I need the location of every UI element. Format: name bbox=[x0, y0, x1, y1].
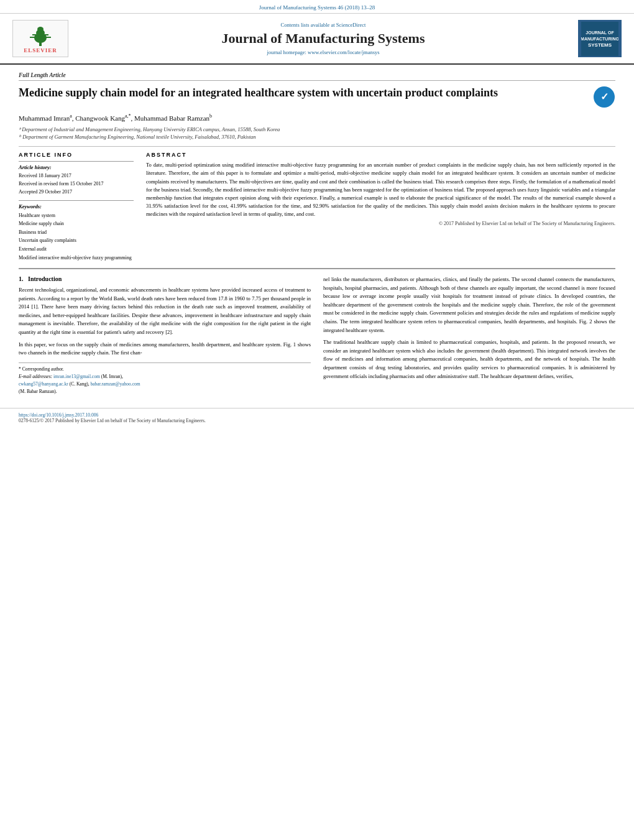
copyright: © 2017 Published by Elsevier Ltd on beha… bbox=[146, 221, 615, 226]
svg-rect-5 bbox=[46, 37, 51, 38]
abstract-col: ABSTRACT To date, multi-period optimizat… bbox=[146, 152, 615, 262]
footnote-email-line: E-mail addresses: imran.ine13@gmail.com … bbox=[19, 373, 311, 381]
email-kang[interactable]: cwkang57@hanyang.ac.kr bbox=[19, 381, 68, 387]
sciencedirect-link[interactable]: ScienceDirect bbox=[336, 22, 366, 28]
keyword-4: Uncertain quality complaints bbox=[19, 236, 134, 245]
journal-name: Journal of Manufacturing Systems bbox=[68, 30, 578, 47]
article-info-col: ARTICLE INFO Article history: Received 1… bbox=[19, 152, 134, 262]
authors: Muhammad Imrana, Changwook Kanga,*, Muha… bbox=[19, 113, 615, 122]
history-section: Article history: Received 18 January 201… bbox=[19, 161, 134, 196]
svg-rect-6 bbox=[32, 34, 36, 35]
elsevier-logo: ELSEVIER bbox=[12, 20, 68, 57]
article-info-abstract: ARTICLE INFO Article history: Received 1… bbox=[19, 152, 615, 262]
article-type: Full Length Article bbox=[19, 72, 615, 81]
keyword-5: External audit bbox=[19, 245, 134, 254]
issn-line: 0278-6125/© 2017 Published by Elsevier L… bbox=[19, 418, 206, 423]
elsevier-label: ELSEVIER bbox=[24, 47, 57, 53]
body-divider bbox=[19, 268, 615, 269]
article-title: Medicine supply chain model for an integ… bbox=[19, 86, 586, 100]
intro-right-para2: The traditional healthcare supply chain … bbox=[323, 338, 615, 381]
divider-1 bbox=[19, 146, 615, 147]
intro-right-para1: nel links the manufacturers, distributor… bbox=[323, 275, 615, 335]
history-received: Received 18 January 2017 bbox=[19, 172, 134, 180]
keywords-label: Keywords: bbox=[19, 203, 134, 210]
intro-heading: 1. Introduction bbox=[19, 275, 311, 282]
journal-ref-link[interactable]: Journal of Manufacturing Systems 46 (201… bbox=[259, 4, 375, 11]
main-col-right: nel links the manufacturers, distributor… bbox=[323, 275, 615, 395]
journal-header: ELSEVIER Contents lists available at Sci… bbox=[0, 14, 634, 65]
contents-line: Contents lists available at ScienceDirec… bbox=[68, 22, 578, 28]
affiliations: ᵃ Department of Industrial and Managemen… bbox=[19, 126, 615, 142]
article-info-heading: ARTICLE INFO bbox=[19, 152, 134, 158]
systems-logo: JOURNAL OF MANUFACTURING SYSTEMS bbox=[578, 20, 622, 57]
systems-logo-icon: JOURNAL OF MANUFACTURING SYSTEMS bbox=[581, 22, 618, 56]
svg-text:MANUFACTURING: MANUFACTURING bbox=[581, 37, 618, 41]
svg-rect-7 bbox=[45, 34, 48, 35]
elsevier-tree-icon bbox=[25, 24, 56, 46]
email-ramzan[interactable]: babar.ramzan@yahoo.com bbox=[90, 381, 140, 387]
svg-text:SYSTEMS: SYSTEMS bbox=[588, 42, 612, 48]
article-body: Full Length Article Medicine supply chai… bbox=[0, 65, 634, 408]
history-accepted: Accepted 29 October 2017 bbox=[19, 188, 134, 196]
homepage-link[interactable]: www.elsevier.com/locate/jmansys bbox=[308, 49, 380, 55]
svg-text:JOURNAL OF: JOURNAL OF bbox=[586, 30, 614, 35]
footnote-star: * Corresponding author. bbox=[19, 366, 311, 373]
svg-point-3 bbox=[37, 27, 44, 32]
intro-para1: Recent technological, organizational, an… bbox=[19, 286, 311, 337]
history-revised: Received in revised form 15 October 2017 bbox=[19, 180, 134, 188]
title-row: Medicine supply chain model for an integ… bbox=[19, 86, 615, 108]
page: Journal of Manufacturing Systems 46 (201… bbox=[0, 0, 634, 840]
main-text: 1. Introduction Recent technological, or… bbox=[19, 275, 615, 402]
affiliation-b: ᵇ Department of Garment Manufacturing En… bbox=[19, 133, 615, 141]
keywords-section: Keywords: Healthcare system Medicine sup… bbox=[19, 200, 134, 262]
affiliation-a: ᵃ Department of Industrial and Managemen… bbox=[19, 126, 615, 134]
history-label: Article history: bbox=[19, 164, 134, 170]
intro-para2: In this paper, we focus on the supply ch… bbox=[19, 341, 311, 358]
crossmark-logo[interactable]: ✓ bbox=[593, 86, 615, 108]
main-col-left: 1. Introduction Recent technological, or… bbox=[19, 275, 311, 395]
svg-text:✓: ✓ bbox=[600, 91, 609, 102]
keyword-1: Healthcare system bbox=[19, 211, 134, 220]
doi-section: https://doi.org/10.1016/j.jmsy.2017.10.0… bbox=[0, 408, 634, 427]
email-imran[interactable]: imran.ine13@gmail.com bbox=[53, 374, 100, 379]
footnote-email-kang: cwkang57@hanyang.ac.kr (C. Kang), babar.… bbox=[19, 381, 311, 388]
keyword-6: Modified interactive multi-objective fuz… bbox=[19, 254, 134, 262]
svg-rect-4 bbox=[30, 37, 35, 38]
keyword-2: Medicine supply chain bbox=[19, 219, 134, 228]
footnote-email-ramzan-name: (M. Babar Ramzan). bbox=[19, 388, 311, 395]
homepage-line: journal homepage: www.elsevier.com/locat… bbox=[68, 49, 578, 55]
keyword-3: Business triad bbox=[19, 228, 134, 237]
footnote-section: * Corresponding author. E-mail addresses… bbox=[19, 362, 311, 395]
top-bar: Journal of Manufacturing Systems 46 (201… bbox=[0, 0, 634, 14]
abstract-text: To date, multi-period optimization using… bbox=[146, 161, 615, 218]
abstract-heading: ABSTRACT bbox=[146, 152, 615, 158]
doi-link[interactable]: https://doi.org/10.1016/j.jmsy.2017.10.0… bbox=[19, 412, 98, 418]
journal-title-block: Contents lists available at ScienceDirec… bbox=[68, 22, 578, 55]
